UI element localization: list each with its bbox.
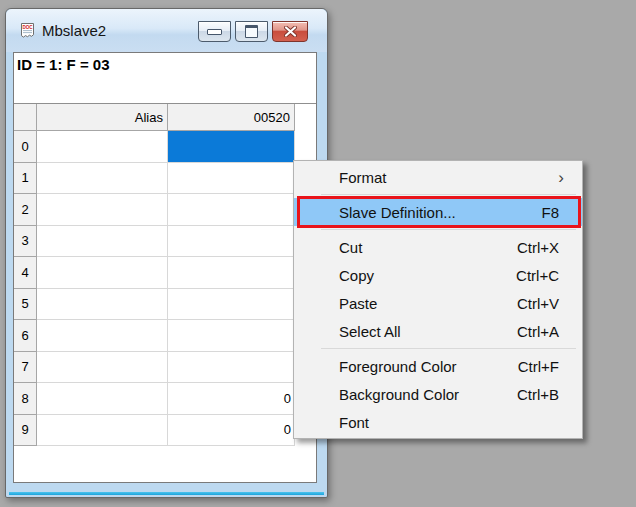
row-header[interactable]: 1 xyxy=(14,163,37,195)
value-cell[interactable] xyxy=(168,163,295,195)
grid-corner-header[interactable] xyxy=(14,104,37,131)
menu-item-slave-definition[interactable]: Slave Definition... F8 xyxy=(294,198,582,226)
menu-item-label: Font xyxy=(339,414,369,431)
menu-item-label: Select All xyxy=(339,323,401,340)
menu-item-background-color[interactable]: Background Color Ctrl+B xyxy=(294,380,582,408)
column-header-alias[interactable]: Alias xyxy=(37,104,168,131)
close-button[interactable] xyxy=(272,21,308,42)
table-row: 0 xyxy=(14,131,316,163)
row-header[interactable]: 7 xyxy=(14,352,37,384)
alias-cell[interactable] xyxy=(37,320,168,352)
window-controls xyxy=(198,21,308,42)
context-menu: Format › Slave Definition... F8 Cut Ctrl… xyxy=(293,160,583,439)
value-cell[interactable]: 0 xyxy=(168,383,295,415)
menu-item-select-all[interactable]: Select All Ctrl+A xyxy=(294,317,582,345)
window-title: Mbslave2 xyxy=(42,22,106,39)
menu-item-copy[interactable]: Copy Ctrl+C xyxy=(294,261,582,289)
menu-item-label: Paste xyxy=(339,295,377,312)
value-cell[interactable] xyxy=(168,257,295,289)
menu-shortcut: Ctrl+V xyxy=(517,295,559,312)
row-header[interactable]: 2 xyxy=(14,194,37,226)
menu-shortcut: Ctrl+C xyxy=(516,267,559,284)
table-row: 4 xyxy=(14,257,316,289)
table-row: 9 0 xyxy=(14,415,316,447)
menu-shortcut: Ctrl+X xyxy=(517,239,559,256)
alias-cell[interactable] xyxy=(37,289,168,321)
value-cell[interactable] xyxy=(168,226,295,258)
alias-cell[interactable] xyxy=(37,257,168,289)
minimize-icon xyxy=(207,29,222,35)
alias-cell[interactable] xyxy=(37,131,168,163)
grid-header-row: Alias 00520 xyxy=(14,104,316,131)
row-header[interactable]: 0 xyxy=(14,131,37,163)
menu-item-label: Cut xyxy=(339,239,362,256)
value-cell[interactable] xyxy=(168,289,295,321)
menu-item-label: Slave Definition... xyxy=(339,204,456,221)
menu-separator xyxy=(321,348,576,349)
menu-item-format[interactable]: Format › xyxy=(294,163,582,191)
register-grid: Alias 00520 0 1 2 3 xyxy=(14,103,316,446)
menu-item-label: Format xyxy=(339,169,387,186)
row-header[interactable]: 3 xyxy=(14,226,37,258)
menu-item-cut[interactable]: Cut Ctrl+X xyxy=(294,233,582,261)
menu-item-font[interactable]: Font xyxy=(294,408,582,436)
menu-item-label: Foreground Color xyxy=(339,358,457,375)
row-header[interactable]: 9 xyxy=(14,415,37,447)
table-row: 3 xyxy=(14,226,316,258)
document-icon: DOC xyxy=(19,22,36,39)
row-header[interactable]: 4 xyxy=(14,257,37,289)
table-row: 6 xyxy=(14,320,316,352)
minimize-button[interactable] xyxy=(198,21,231,42)
client-area: ID = 1: F = 03 Alias 00520 0 1 2 xyxy=(13,52,317,483)
row-header[interactable]: 5 xyxy=(14,289,37,321)
alias-cell[interactable] xyxy=(37,163,168,195)
table-row: 8 0 xyxy=(14,383,316,415)
menu-item-foreground-color[interactable]: Foreground Color Ctrl+F xyxy=(294,352,582,380)
close-icon xyxy=(284,26,297,37)
value-cell[interactable] xyxy=(168,194,295,226)
menu-item-paste[interactable]: Paste Ctrl+V xyxy=(294,289,582,317)
menu-item-label: Copy xyxy=(339,267,374,284)
alias-cell[interactable] xyxy=(37,352,168,384)
restore-button[interactable] xyxy=(235,21,268,42)
column-header-00520[interactable]: 00520 xyxy=(168,104,295,131)
menu-separator xyxy=(321,229,576,230)
menu-shortcut: F8 xyxy=(541,204,559,221)
menu-item-label: Background Color xyxy=(339,386,459,403)
row-header[interactable]: 6 xyxy=(14,320,37,352)
alias-cell[interactable] xyxy=(37,415,168,447)
menu-shortcut: Ctrl+F xyxy=(518,358,559,375)
alias-cell[interactable] xyxy=(37,226,168,258)
submenu-arrow-icon: › xyxy=(558,169,564,186)
value-cell[interactable]: 0 xyxy=(168,415,295,447)
menu-shortcut: Ctrl+B xyxy=(517,386,559,403)
menu-separator xyxy=(321,194,576,195)
alias-cell[interactable] xyxy=(37,383,168,415)
row-header[interactable]: 8 xyxy=(14,383,37,415)
title-bar[interactable]: DOC Mbslave2 xyxy=(6,9,327,52)
svg-text:DOC: DOC xyxy=(22,25,33,30)
table-row: 5 xyxy=(14,289,316,321)
slave-status-line: ID = 1: F = 03 xyxy=(17,56,110,73)
table-row: 1 xyxy=(14,163,316,195)
value-cell[interactable] xyxy=(168,320,295,352)
value-cell[interactable] xyxy=(168,352,295,384)
alias-cell[interactable] xyxy=(37,194,168,226)
restore-icon xyxy=(245,25,258,38)
mbslave2-window: DOC Mbslave2 ID = 1: F = 03 xyxy=(5,8,328,498)
table-row: 7 xyxy=(14,352,316,384)
menu-shortcut: Ctrl+A xyxy=(517,323,559,340)
value-cell-selected[interactable] xyxy=(168,131,295,163)
table-row: 2 xyxy=(14,194,316,226)
